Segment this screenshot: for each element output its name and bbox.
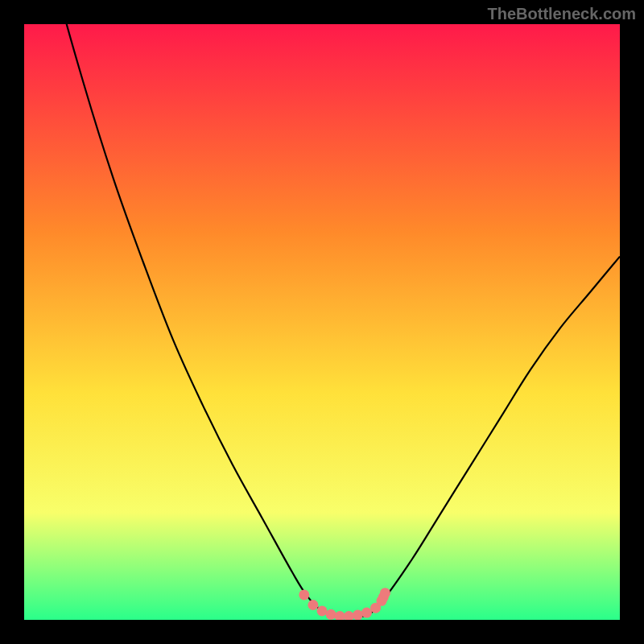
data-marker [308, 600, 318, 610]
data-marker [299, 589, 309, 600]
chart-frame: TheBottleneck.com [0, 0, 644, 644]
chart-svg [24, 24, 620, 620]
data-marker [380, 588, 390, 598]
data-marker [353, 610, 363, 620]
data-marker [326, 609, 336, 620]
data-marker [361, 608, 372, 618]
watermark-text: TheBottleneck.com [488, 5, 636, 23]
plot-area [24, 24, 620, 620]
data-marker [317, 605, 328, 616]
gradient-background [24, 24, 620, 620]
